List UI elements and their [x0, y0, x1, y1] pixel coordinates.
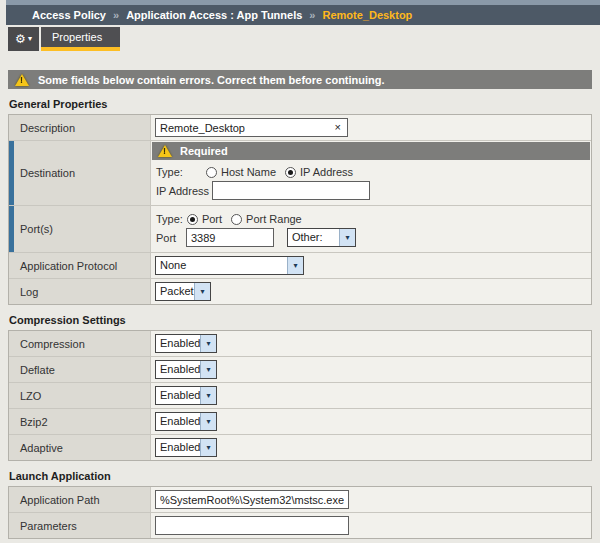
- log-content: Packet ▾: [151, 279, 591, 304]
- lzo-selected-value: Enabled: [156, 387, 200, 404]
- lzo-select[interactable]: Enabled ▾: [155, 386, 217, 405]
- chevron-down-icon: ▾: [287, 257, 303, 274]
- section-title-compression-settings: Compression Settings: [9, 314, 600, 326]
- bzip2-selected-value: Enabled: [156, 413, 200, 430]
- port-radio[interactable]: [187, 214, 198, 225]
- description-input[interactable]: [156, 120, 329, 135]
- breadcrumb-access-policy[interactable]: Access Policy: [32, 9, 106, 21]
- table-row: Application Protocol None ▾: [9, 253, 591, 279]
- chevron-down-icon: ▾: [200, 439, 216, 456]
- application-protocol-selected-value: None: [156, 257, 287, 274]
- bzip2-content: Enabled ▾: [151, 409, 591, 434]
- parameters-content: [151, 513, 591, 538]
- clear-icon[interactable]: ×: [329, 122, 347, 133]
- deflate-content: Enabled ▾: [151, 357, 591, 382]
- port-field-label: Port: [156, 232, 186, 244]
- destination-type-label: Type:: [156, 166, 206, 178]
- compression-select[interactable]: Enabled ▾: [155, 334, 217, 353]
- chevron-down-icon: ▾: [200, 335, 216, 352]
- port-type-label: Type:: [156, 213, 183, 225]
- section-title-launch-application: Launch Application: [9, 470, 600, 482]
- error-banner-text: Some fields below contain errors. Correc…: [38, 74, 385, 86]
- log-select[interactable]: Packet ▾: [155, 282, 211, 301]
- adaptive-label: Adaptive: [9, 435, 151, 460]
- general-properties-table: Description × Destination Required Type:…: [8, 114, 592, 305]
- parameters-input[interactable]: [156, 518, 348, 533]
- parameters-label: Parameters: [9, 513, 151, 538]
- ip-address-radio[interactable]: [285, 167, 296, 178]
- deflate-label: Deflate: [9, 357, 151, 382]
- bzip2-label: Bzip2: [9, 409, 151, 434]
- compression-content: Enabled ▾: [151, 331, 591, 356]
- ip-address-radio-label[interactable]: IP Address: [300, 166, 353, 178]
- table-row: Parameters: [9, 513, 591, 538]
- lzo-content: Enabled ▾: [151, 383, 591, 408]
- destination-label: Destination: [9, 141, 151, 205]
- destination-ip-row: IP Address: [156, 181, 590, 200]
- port-type-row: Type: Port Port Range: [156, 213, 590, 225]
- breadcrumb-current-page: Remote_Desktop: [322, 9, 412, 21]
- tab-bar: ⚙ ▾ Properties: [6, 25, 600, 51]
- ip-address-input-wrap: [212, 181, 370, 200]
- application-protocol-label: Application Protocol: [9, 253, 151, 278]
- parameters-input-wrap: [155, 516, 349, 535]
- gear-menu-button[interactable]: ⚙ ▾: [8, 27, 39, 51]
- chevron-down-icon: ▾: [200, 413, 216, 430]
- launch-application-table: Application Path Parameters: [8, 486, 592, 539]
- header: Access Policy » Application Access : App…: [6, 0, 600, 25]
- log-selected-value: Packet: [156, 283, 194, 300]
- application-path-input-wrap: [155, 490, 349, 509]
- application-path-label: Application Path: [9, 487, 151, 512]
- port-radio-label[interactable]: Port: [202, 213, 222, 225]
- warning-icon: [15, 74, 29, 86]
- port-preset-selected-value: Other:: [288, 229, 339, 246]
- compression-settings-table: Compression Enabled ▾ Deflate Enabled ▾ …: [8, 330, 592, 461]
- error-banner: Some fields below contain errors. Correc…: [8, 70, 592, 89]
- application-path-input[interactable]: [156, 492, 348, 507]
- port-range-radio[interactable]: [231, 214, 242, 225]
- table-row: LZO Enabled ▾: [9, 383, 591, 409]
- ports-content: Type: Port Port Range Port Other: ▾: [151, 206, 591, 252]
- lzo-label: LZO: [9, 383, 151, 408]
- chevron-down-icon: ▾: [200, 361, 216, 378]
- tab-properties[interactable]: Properties: [41, 27, 120, 51]
- deflate-select[interactable]: Enabled ▾: [155, 360, 217, 379]
- breadcrumb-separator: »: [309, 9, 315, 21]
- port-value-row: Port Other: ▾: [156, 228, 590, 247]
- host-name-radio[interactable]: [206, 167, 217, 178]
- port-input-wrap: [186, 228, 274, 247]
- table-row: Description ×: [9, 115, 591, 141]
- required-banner-text: Required: [180, 145, 228, 157]
- chevron-down-icon: ▾: [200, 387, 216, 404]
- chevron-down-icon: ▾: [194, 283, 210, 300]
- description-input-wrap: ×: [155, 118, 348, 137]
- host-name-radio-label[interactable]: Host Name: [221, 166, 276, 178]
- breadcrumb-separator: »: [113, 9, 119, 21]
- destination-type-row: Type: Host Name IP Address: [156, 166, 590, 178]
- breadcrumb-app-tunnels[interactable]: Application Access : App Tunnels: [126, 9, 302, 21]
- log-label: Log: [9, 279, 151, 304]
- compression-label: Compression: [9, 331, 151, 356]
- description-label: Description: [9, 115, 151, 140]
- adaptive-selected-value: Enabled: [156, 439, 200, 456]
- chevron-down-icon: ▾: [339, 229, 355, 246]
- port-preset-select[interactable]: Other: ▾: [287, 228, 356, 247]
- adaptive-content: Enabled ▾: [151, 435, 591, 460]
- table-row: Bzip2 Enabled ▾: [9, 409, 591, 435]
- port-range-radio-label[interactable]: Port Range: [246, 213, 302, 225]
- table-row: Compression Enabled ▾: [9, 331, 591, 357]
- application-protocol-select[interactable]: None ▾: [155, 256, 304, 275]
- table-row: Application Path: [9, 487, 591, 513]
- warning-icon: [158, 145, 172, 157]
- ip-address-field-label: IP Address: [156, 185, 209, 197]
- bzip2-select[interactable]: Enabled ▾: [155, 412, 217, 431]
- ip-address-input[interactable]: [213, 183, 369, 198]
- compression-selected-value: Enabled: [156, 335, 200, 352]
- adaptive-select[interactable]: Enabled ▾: [155, 438, 217, 457]
- gear-icon: ⚙: [15, 33, 26, 45]
- port-input[interactable]: [187, 230, 273, 245]
- ports-label: Port(s): [9, 206, 151, 252]
- required-banner: Required: [152, 142, 590, 160]
- deflate-selected-value: Enabled: [156, 361, 200, 378]
- table-row: Port(s) Type: Port Port Range Port Other…: [9, 206, 591, 253]
